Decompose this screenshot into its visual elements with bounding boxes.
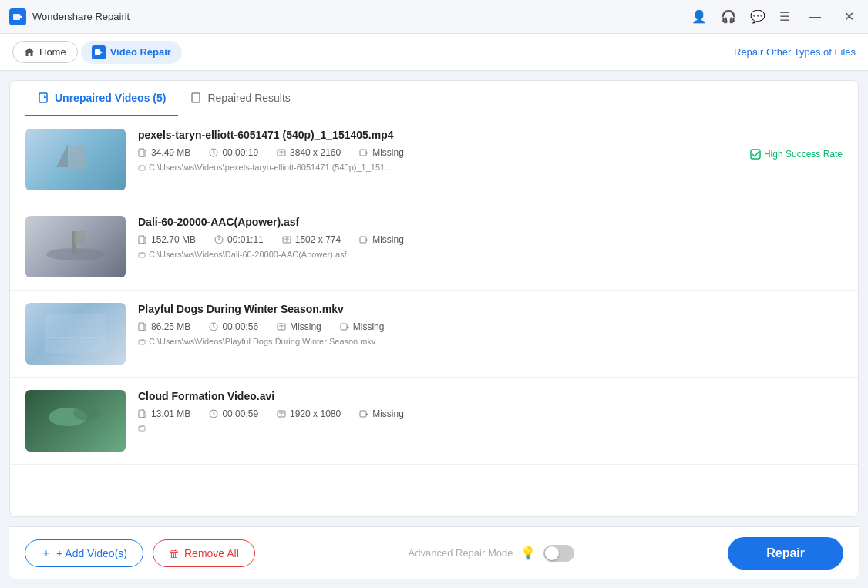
user-icon[interactable]: 👤 (691, 9, 707, 24)
svg-marker-43 (347, 326, 349, 328)
nav-left: Home Video Repair (12, 41, 182, 64)
bottom-left: ＋ + Add Video(s) 🗑 Remove All (25, 539, 255, 567)
svg-line-26 (219, 240, 220, 241)
chat-icon[interactable]: 💬 (750, 9, 765, 24)
remove-label: Remove All (184, 547, 239, 559)
svg-rect-33 (45, 314, 106, 353)
tab-unrepaired-label: Unrepaired Videos (5) (55, 92, 166, 104)
add-video-button[interactable]: ＋ + Add Video(s) (25, 539, 143, 567)
menu-icon[interactable]: ☰ (779, 9, 790, 24)
svg-line-12 (214, 153, 215, 154)
video-path: C:\Users\ws\Videos\pexels-taryn-elliott-… (138, 163, 738, 172)
svg-rect-23 (139, 236, 144, 244)
title-bar-controls: 👤 🎧 💬 ☰ — ✕ (691, 8, 859, 25)
video-meta: 152.70 MB 00:01:11 1502 x 774 Missing (138, 234, 843, 245)
svg-marker-55 (366, 413, 368, 415)
tab-repaired-label: Repaired Results (207, 92, 290, 104)
headphone-icon[interactable]: 🎧 (721, 9, 736, 24)
nav-bar: Home Video Repair Repair Other Types of … (0, 34, 868, 71)
svg-rect-42 (341, 324, 347, 330)
svg-rect-54 (360, 411, 366, 417)
toggle-knob (545, 546, 559, 560)
remove-all-button[interactable]: 🗑 Remove All (153, 539, 255, 567)
video-thumbnail (25, 129, 126, 190)
svg-rect-16 (360, 150, 366, 156)
video-nav-icon (92, 45, 106, 59)
video-info: pexels-taryn-elliott-6051471 (540p)_1_15… (138, 129, 738, 172)
app-name: Wondershare Repairit (32, 11, 130, 22)
resolution: 1920 x 1080 (277, 408, 341, 419)
title-bar: Wondershare Repairit 👤 🎧 💬 ☰ — ✕ (0, 0, 868, 34)
duration: 00:00:19 (209, 147, 258, 158)
video-status: Missing (359, 147, 404, 158)
video-item: pexels-taryn-elliott-6051471 (540p)_1_15… (10, 116, 858, 203)
app-icon (9, 8, 26, 25)
svg-marker-3 (100, 51, 103, 54)
home-label: Home (39, 46, 66, 58)
resolution: Missing (277, 321, 321, 332)
advanced-repair-toggle: Advanced Repair Mode 💡 (409, 545, 575, 562)
video-list: pexels-taryn-elliott-6051471 (540p)_1_15… (10, 116, 858, 513)
file-size: 86.25 MB (138, 321, 190, 332)
video-title: Dali-60-20000-AAC(Apower).asf (138, 216, 843, 228)
success-badge: High Success Rate (750, 149, 843, 160)
video-repair-nav[interactable]: Video Repair (81, 41, 182, 64)
video-title: pexels-taryn-elliott-6051471 (540p)_1_15… (138, 129, 738, 141)
video-path: C:\Users\ws\Videos\Dali-60-20000-AAC(Apo… (138, 250, 843, 259)
video-info: Dali-60-20000-AAC(Apower).asf 152.70 MB … (138, 216, 843, 259)
svg-rect-35 (139, 323, 144, 331)
bottom-bar: ＋ + Add Video(s) 🗑 Remove All Advanced R… (9, 526, 859, 579)
svg-marker-1 (20, 15, 22, 18)
video-thumbnail (25, 216, 126, 277)
svg-marker-7 (56, 144, 68, 167)
advanced-label: Advanced Repair Mode (409, 547, 513, 559)
tab-unrepaired[interactable]: Unrepaired Videos (5) (25, 81, 178, 116)
video-info: Playful Dogs During Winter Season.mkv 86… (138, 303, 843, 346)
svg-line-38 (214, 327, 215, 328)
video-title: Cloud Formation Video.avi (138, 390, 843, 402)
svg-rect-22 (74, 231, 85, 245)
close-button[interactable]: ✕ (839, 8, 859, 25)
svg-rect-8 (69, 146, 85, 170)
video-item: Dali-60-20000-AAC(Apower).asf 152.70 MB … (10, 203, 858, 291)
video-status: Missing (340, 321, 385, 332)
file-size: 13.01 MB (138, 408, 190, 419)
tabs-bar: Unrepaired Videos (5) Repaired Results (10, 81, 858, 116)
svg-rect-19 (751, 150, 760, 159)
svg-point-46 (73, 405, 101, 421)
main-panel: Unrepaired Videos (5) Repaired Results p… (9, 80, 859, 517)
svg-rect-30 (360, 237, 366, 243)
resolution: 1502 x 774 (282, 234, 341, 245)
video-status: Missing (359, 234, 404, 245)
video-meta: 13.01 MB 00:00:59 1920 x 1080 Missing (138, 408, 843, 419)
repair-other-link[interactable]: Repair Other Types of Files (734, 46, 856, 58)
svg-rect-0 (13, 14, 20, 20)
info-icon: 💡 (520, 546, 536, 560)
video-thumbnail (25, 303, 126, 365)
video-path (138, 424, 843, 432)
add-icon: ＋ (41, 546, 52, 560)
file-size: 152.70 MB (138, 234, 196, 245)
svg-marker-31 (366, 239, 368, 241)
svg-line-50 (214, 414, 215, 415)
title-bar-left: Wondershare Repairit (9, 8, 130, 25)
video-item: Cloud Formation Video.avi 13.01 MB 00:00… (10, 378, 858, 465)
advanced-toggle-switch[interactable] (543, 545, 574, 562)
minimize-button[interactable]: — (804, 8, 826, 25)
svg-rect-2 (95, 49, 100, 55)
repair-button[interactable]: Repair (728, 537, 843, 570)
add-label: + Add Video(s) (56, 547, 127, 559)
home-nav-button[interactable]: Home (12, 41, 78, 63)
video-info: Cloud Formation Video.avi 13.01 MB 00:00… (138, 390, 843, 432)
video-path: C:\Users\ws\Videos\Playful Dogs During W… (138, 337, 843, 346)
duration: 00:01:11 (214, 234, 264, 245)
tab-repaired[interactable]: Repaired Results (178, 81, 302, 116)
video-status: Missing (359, 408, 404, 419)
video-item: Playful Dogs During Winter Season.mkv 86… (10, 291, 858, 378)
duration: 00:00:56 (209, 321, 258, 332)
svg-rect-47 (139, 410, 144, 418)
duration: 00:00:59 (209, 408, 258, 419)
video-title: Playful Dogs During Winter Season.mkv (138, 303, 843, 315)
video-meta: 34.49 MB 00:00:19 3840 x 2160 Missing (138, 147, 738, 158)
video-repair-label: Video Repair (110, 46, 171, 58)
